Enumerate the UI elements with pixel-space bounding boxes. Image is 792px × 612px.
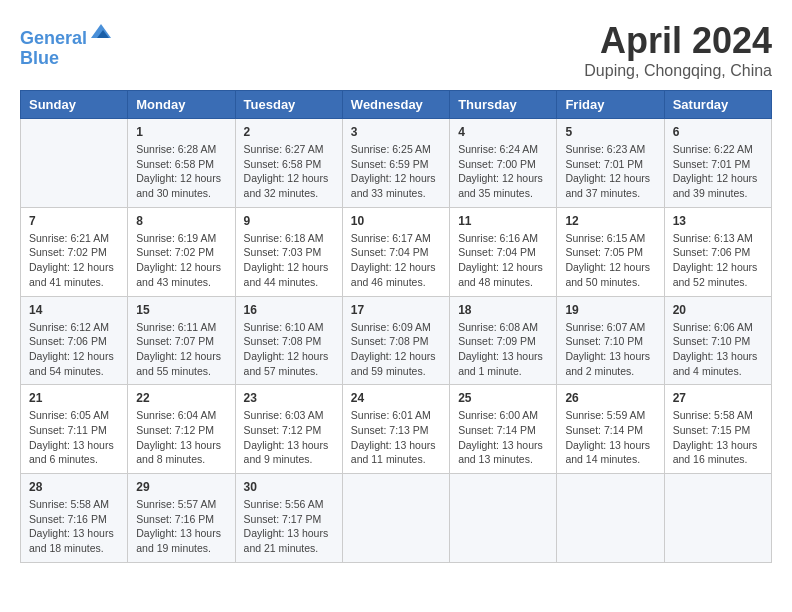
day-number: 23 [244, 391, 334, 405]
day-number: 25 [458, 391, 548, 405]
day-number: 2 [244, 125, 334, 139]
day-number: 5 [565, 125, 655, 139]
day-cell: 25Sunrise: 6:00 AMSunset: 7:14 PMDayligh… [450, 385, 557, 474]
logo-text: General [20, 20, 113, 49]
day-info: Sunrise: 6:27 AMSunset: 6:58 PMDaylight:… [244, 142, 334, 201]
day-info: Sunrise: 6:11 AMSunset: 7:07 PMDaylight:… [136, 320, 226, 379]
day-info: Sunrise: 5:58 AMSunset: 7:16 PMDaylight:… [29, 497, 119, 556]
week-row-1: 7Sunrise: 6:21 AMSunset: 7:02 PMDaylight… [21, 207, 772, 296]
day-cell: 5Sunrise: 6:23 AMSunset: 7:01 PMDaylight… [557, 119, 664, 208]
day-cell [21, 119, 128, 208]
day-cell: 15Sunrise: 6:11 AMSunset: 7:07 PMDayligh… [128, 296, 235, 385]
week-row-3: 21Sunrise: 6:05 AMSunset: 7:11 PMDayligh… [21, 385, 772, 474]
day-info: Sunrise: 6:28 AMSunset: 6:58 PMDaylight:… [136, 142, 226, 201]
day-cell: 4Sunrise: 6:24 AMSunset: 7:00 PMDaylight… [450, 119, 557, 208]
day-cell: 20Sunrise: 6:06 AMSunset: 7:10 PMDayligh… [664, 296, 771, 385]
header: General Blue April 2024 Duping, Chongqin… [20, 20, 772, 80]
day-cell: 24Sunrise: 6:01 AMSunset: 7:13 PMDayligh… [342, 385, 449, 474]
day-number: 3 [351, 125, 441, 139]
day-cell: 17Sunrise: 6:09 AMSunset: 7:08 PMDayligh… [342, 296, 449, 385]
day-info: Sunrise: 6:21 AMSunset: 7:02 PMDaylight:… [29, 231, 119, 290]
logo-line1: General [20, 28, 87, 48]
day-info: Sunrise: 6:09 AMSunset: 7:08 PMDaylight:… [351, 320, 441, 379]
header-cell-tuesday: Tuesday [235, 91, 342, 119]
day-cell: 28Sunrise: 5:58 AMSunset: 7:16 PMDayligh… [21, 474, 128, 563]
day-info: Sunrise: 6:06 AMSunset: 7:10 PMDaylight:… [673, 320, 763, 379]
day-info: Sunrise: 6:05 AMSunset: 7:11 PMDaylight:… [29, 408, 119, 467]
day-info: Sunrise: 6:07 AMSunset: 7:10 PMDaylight:… [565, 320, 655, 379]
day-number: 15 [136, 303, 226, 317]
day-number: 16 [244, 303, 334, 317]
day-cell: 2Sunrise: 6:27 AMSunset: 6:58 PMDaylight… [235, 119, 342, 208]
day-cell: 18Sunrise: 6:08 AMSunset: 7:09 PMDayligh… [450, 296, 557, 385]
day-info: Sunrise: 6:25 AMSunset: 6:59 PMDaylight:… [351, 142, 441, 201]
day-number: 12 [565, 214, 655, 228]
day-number: 7 [29, 214, 119, 228]
logo-icon [89, 20, 113, 44]
day-cell [557, 474, 664, 563]
main-title: April 2024 [584, 20, 772, 62]
day-info: Sunrise: 6:00 AMSunset: 7:14 PMDaylight:… [458, 408, 548, 467]
day-info: Sunrise: 6:19 AMSunset: 7:02 PMDaylight:… [136, 231, 226, 290]
day-info: Sunrise: 6:17 AMSunset: 7:04 PMDaylight:… [351, 231, 441, 290]
day-cell: 8Sunrise: 6:19 AMSunset: 7:02 PMDaylight… [128, 207, 235, 296]
day-cell: 3Sunrise: 6:25 AMSunset: 6:59 PMDaylight… [342, 119, 449, 208]
day-cell [664, 474, 771, 563]
day-cell: 22Sunrise: 6:04 AMSunset: 7:12 PMDayligh… [128, 385, 235, 474]
header-cell-thursday: Thursday [450, 91, 557, 119]
day-info: Sunrise: 6:03 AMSunset: 7:12 PMDaylight:… [244, 408, 334, 467]
day-cell: 19Sunrise: 6:07 AMSunset: 7:10 PMDayligh… [557, 296, 664, 385]
day-number: 30 [244, 480, 334, 494]
day-info: Sunrise: 6:16 AMSunset: 7:04 PMDaylight:… [458, 231, 548, 290]
header-cell-monday: Monday [128, 91, 235, 119]
day-number: 4 [458, 125, 548, 139]
day-info: Sunrise: 6:22 AMSunset: 7:01 PMDaylight:… [673, 142, 763, 201]
day-info: Sunrise: 6:23 AMSunset: 7:01 PMDaylight:… [565, 142, 655, 201]
day-info: Sunrise: 6:10 AMSunset: 7:08 PMDaylight:… [244, 320, 334, 379]
header-cell-sunday: Sunday [21, 91, 128, 119]
day-number: 29 [136, 480, 226, 494]
day-number: 14 [29, 303, 119, 317]
day-info: Sunrise: 5:56 AMSunset: 7:17 PMDaylight:… [244, 497, 334, 556]
day-number: 26 [565, 391, 655, 405]
calendar-body: 1Sunrise: 6:28 AMSunset: 6:58 PMDaylight… [21, 119, 772, 563]
day-cell: 13Sunrise: 6:13 AMSunset: 7:06 PMDayligh… [664, 207, 771, 296]
day-info: Sunrise: 6:04 AMSunset: 7:12 PMDaylight:… [136, 408, 226, 467]
title-block: April 2024 Duping, Chongqing, China [584, 20, 772, 80]
day-cell: 27Sunrise: 5:58 AMSunset: 7:15 PMDayligh… [664, 385, 771, 474]
day-info: Sunrise: 6:15 AMSunset: 7:05 PMDaylight:… [565, 231, 655, 290]
day-info: Sunrise: 6:08 AMSunset: 7:09 PMDaylight:… [458, 320, 548, 379]
day-number: 21 [29, 391, 119, 405]
calendar-table: SundayMondayTuesdayWednesdayThursdayFrid… [20, 90, 772, 563]
day-cell: 12Sunrise: 6:15 AMSunset: 7:05 PMDayligh… [557, 207, 664, 296]
day-number: 20 [673, 303, 763, 317]
day-cell: 7Sunrise: 6:21 AMSunset: 7:02 PMDaylight… [21, 207, 128, 296]
day-cell: 11Sunrise: 6:16 AMSunset: 7:04 PMDayligh… [450, 207, 557, 296]
day-cell: 14Sunrise: 6:12 AMSunset: 7:06 PMDayligh… [21, 296, 128, 385]
day-cell: 1Sunrise: 6:28 AMSunset: 6:58 PMDaylight… [128, 119, 235, 208]
day-info: Sunrise: 6:13 AMSunset: 7:06 PMDaylight:… [673, 231, 763, 290]
logo: General Blue [20, 20, 113, 69]
day-number: 8 [136, 214, 226, 228]
day-cell [342, 474, 449, 563]
day-cell: 23Sunrise: 6:03 AMSunset: 7:12 PMDayligh… [235, 385, 342, 474]
day-number: 22 [136, 391, 226, 405]
day-number: 27 [673, 391, 763, 405]
day-cell: 29Sunrise: 5:57 AMSunset: 7:16 PMDayligh… [128, 474, 235, 563]
day-cell: 6Sunrise: 6:22 AMSunset: 7:01 PMDaylight… [664, 119, 771, 208]
day-number: 11 [458, 214, 548, 228]
day-number: 28 [29, 480, 119, 494]
week-row-0: 1Sunrise: 6:28 AMSunset: 6:58 PMDaylight… [21, 119, 772, 208]
day-cell: 9Sunrise: 6:18 AMSunset: 7:03 PMDaylight… [235, 207, 342, 296]
day-number: 1 [136, 125, 226, 139]
day-info: Sunrise: 5:57 AMSunset: 7:16 PMDaylight:… [136, 497, 226, 556]
logo-line2: Blue [20, 49, 113, 69]
week-row-4: 28Sunrise: 5:58 AMSunset: 7:16 PMDayligh… [21, 474, 772, 563]
subtitle: Duping, Chongqing, China [584, 62, 772, 80]
day-info: Sunrise: 6:12 AMSunset: 7:06 PMDaylight:… [29, 320, 119, 379]
day-number: 18 [458, 303, 548, 317]
header-cell-wednesday: Wednesday [342, 91, 449, 119]
day-cell: 10Sunrise: 6:17 AMSunset: 7:04 PMDayligh… [342, 207, 449, 296]
day-number: 6 [673, 125, 763, 139]
day-cell: 30Sunrise: 5:56 AMSunset: 7:17 PMDayligh… [235, 474, 342, 563]
